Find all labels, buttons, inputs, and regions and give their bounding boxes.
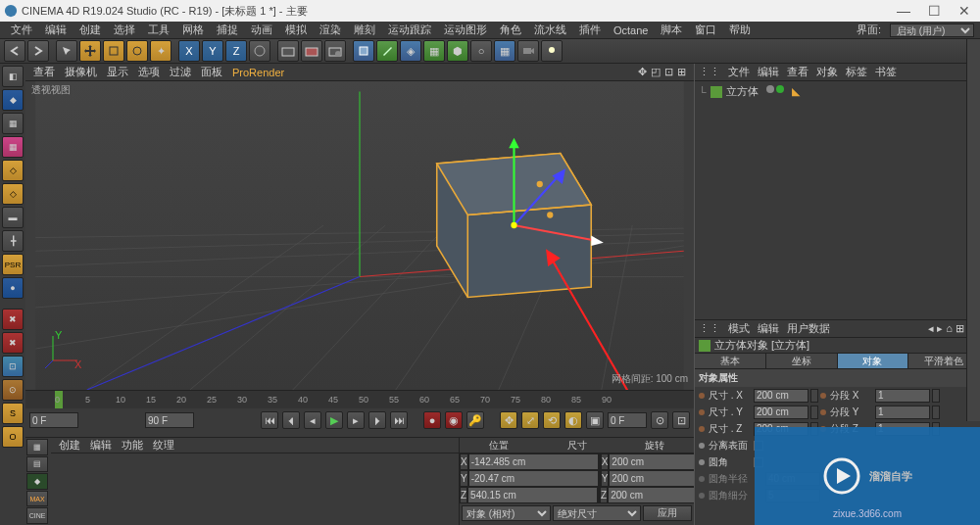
- coord-mode2-select[interactable]: 绝对尺寸: [553, 505, 642, 521]
- camera-button[interactable]: [517, 40, 539, 62]
- menu-render[interactable]: 渲染: [315, 23, 346, 37]
- menu-track[interactable]: 运动跟踪: [383, 23, 436, 37]
- menu-anim[interactable]: 动画: [246, 23, 277, 37]
- stepper[interactable]: [932, 389, 940, 403]
- attr-input[interactable]: [754, 389, 808, 403]
- menu-plugin[interactable]: 插件: [574, 23, 606, 37]
- am-back-icon[interactable]: ◂: [928, 322, 934, 335]
- make-editable-button[interactable]: ◧: [2, 66, 24, 87]
- snap-button[interactable]: ✖: [2, 332, 24, 354]
- environment-button[interactable]: ○: [470, 40, 492, 62]
- array-button[interactable]: ▦: [423, 40, 445, 62]
- workplane-button[interactable]: ▦: [2, 136, 24, 158]
- edge-mode-button[interactable]: ◇: [2, 183, 24, 205]
- subtab-object[interactable]: 对象: [838, 354, 909, 368]
- anim-dot-icon[interactable]: [699, 426, 705, 432]
- x-axis-button[interactable]: X: [178, 40, 200, 62]
- quantize-button[interactable]: ⊡: [2, 356, 24, 377]
- attr-input[interactable]: [875, 389, 930, 403]
- axis-button[interactable]: ╋: [2, 230, 24, 252]
- subtab-basic[interactable]: 基本: [695, 354, 766, 368]
- bt5-button[interactable]: CINE: [26, 507, 48, 524]
- tl-scale-button[interactable]: ⤢: [521, 411, 539, 429]
- tl-pla-button[interactable]: ▣: [586, 411, 604, 429]
- stepper[interactable]: [810, 406, 818, 419]
- grip-icon[interactable]: ⋮⋮: [699, 66, 720, 78]
- anim-dot-icon[interactable]: [820, 409, 826, 415]
- am-up-icon[interactable]: ⌂: [946, 322, 953, 335]
- vp-panel[interactable]: 面板: [201, 65, 222, 79]
- tl-goend-button[interactable]: ⏭: [390, 411, 408, 429]
- vp-display[interactable]: 显示: [107, 65, 128, 79]
- menu-select[interactable]: 选择: [109, 23, 140, 37]
- bt4-button[interactable]: MAX: [26, 491, 48, 507]
- om-edit[interactable]: 编辑: [758, 65, 779, 79]
- vp-nav1-icon[interactable]: ✥: [638, 66, 647, 78]
- tl-nextkey-button[interactable]: ▸: [347, 411, 365, 429]
- menu-window[interactable]: 窗口: [690, 23, 721, 37]
- psr-button[interactable]: PSR: [2, 254, 24, 275]
- select-tool[interactable]: [56, 40, 77, 62]
- subtab-coord[interactable]: 坐标: [766, 354, 838, 368]
- render-settings-button[interactable]: [324, 40, 346, 62]
- point-mode-button[interactable]: ◇: [2, 160, 24, 181]
- layer-dot-icon[interactable]: [766, 85, 774, 93]
- object-tree-item[interactable]: └ 立方体 ◣: [697, 83, 978, 100]
- tl-gostart-button[interactable]: ⏮: [261, 411, 278, 429]
- am-new-icon[interactable]: ⊞: [956, 322, 964, 335]
- stepper[interactable]: [932, 406, 940, 419]
- vp-camera[interactable]: 摄像机: [65, 65, 97, 79]
- mat-func[interactable]: 功能: [122, 438, 143, 453]
- mat-edit[interactable]: 编辑: [90, 438, 112, 453]
- floor-button[interactable]: ▦: [494, 40, 515, 62]
- am-edit[interactable]: 编辑: [758, 321, 779, 336]
- tl-autokey-button[interactable]: ◉: [445, 411, 463, 429]
- anim-dot-icon[interactable]: [699, 443, 705, 449]
- bt1-button[interactable]: ▦: [26, 439, 48, 455]
- om-view[interactable]: 查看: [787, 65, 808, 79]
- nurbs-button[interactable]: ◈: [400, 40, 421, 62]
- viewport[interactable]: 透视视图: [25, 81, 694, 390]
- menu-tools[interactable]: 工具: [143, 23, 174, 37]
- s-button[interactable]: S: [2, 403, 24, 424]
- y-axis-button[interactable]: Y: [202, 40, 223, 62]
- vp-nav4-icon[interactable]: ⊞: [677, 66, 686, 78]
- tl-keysel-button[interactable]: 🔑: [466, 411, 484, 429]
- pen-button[interactable]: [376, 40, 398, 62]
- o-button[interactable]: O: [2, 426, 24, 448]
- tweak-button[interactable]: ●: [2, 277, 24, 299]
- mat-create[interactable]: 创建: [59, 438, 80, 453]
- object-name[interactable]: 立方体: [726, 84, 759, 99]
- scale-tool[interactable]: [103, 40, 124, 62]
- menu-snap[interactable]: 捕捉: [212, 23, 243, 37]
- coord-mode1-select[interactable]: 对象 (相对): [462, 505, 551, 521]
- tl-prevkey-button[interactable]: ◂: [304, 411, 321, 429]
- pos-input[interactable]: [467, 487, 598, 503]
- am-userdata[interactable]: 用户数据: [787, 321, 830, 336]
- render-region-button[interactable]: [301, 40, 322, 62]
- menu-file[interactable]: 文件: [6, 23, 37, 37]
- menu-mesh[interactable]: 网格: [177, 23, 209, 37]
- tl-opt2-button[interactable]: ⊡: [672, 411, 690, 429]
- deformer-button[interactable]: ⬢: [447, 40, 468, 62]
- light-button[interactable]: [541, 40, 563, 62]
- minimize-button[interactable]: —: [897, 3, 910, 19]
- vp-nav2-icon[interactable]: ◰: [651, 66, 661, 78]
- tl-rot-button[interactable]: ⟲: [543, 411, 561, 429]
- am-mode[interactable]: 模式: [728, 321, 750, 336]
- vp-options[interactable]: 选项: [138, 65, 160, 79]
- menu-pipe[interactable]: 流水线: [529, 23, 571, 37]
- menu-mograph[interactable]: 运动图形: [439, 23, 492, 37]
- vp-view[interactable]: 查看: [33, 65, 55, 79]
- right-dock-strip[interactable]: [966, 39, 980, 421]
- tl-pos-button[interactable]: ✥: [500, 411, 517, 429]
- menu-sim[interactable]: 模拟: [280, 23, 312, 37]
- z-axis-button[interactable]: Z: [225, 40, 247, 62]
- grip-icon[interactable]: ⋮⋮: [699, 322, 720, 335]
- menu-help[interactable]: 帮助: [724, 23, 756, 37]
- layout-select[interactable]: 启动 (用户): [890, 24, 974, 37]
- tl-start-input[interactable]: [29, 412, 78, 428]
- bt2-button[interactable]: ▤: [26, 456, 48, 473]
- undo-button[interactable]: [4, 40, 25, 62]
- cube-primitive-button[interactable]: [353, 40, 374, 62]
